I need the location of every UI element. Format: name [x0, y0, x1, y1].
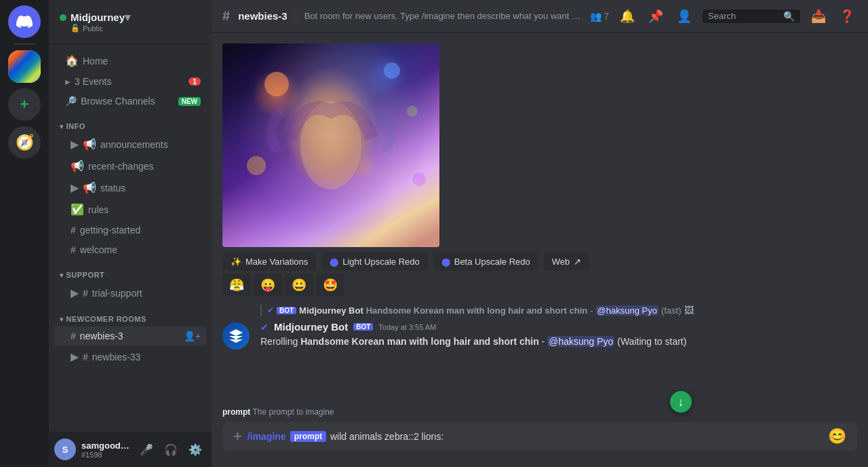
bot-author-name[interactable]: Midjourney Bot — [274, 321, 348, 333]
category-chevron: ▾ — [60, 123, 64, 130]
rules-icon: ✅ — [71, 203, 84, 216]
recent-changes-label: recent-changes — [88, 161, 154, 172]
rules-label: rules — [88, 204, 108, 215]
help-icon[interactable]: ❓ — [837, 6, 857, 26]
settings-button[interactable]: ⚙️ — [184, 438, 206, 460]
channel-recent-changes[interactable]: 📢 recent-changes — [54, 155, 206, 176]
newbies33-hash: # — [83, 352, 88, 362]
status-arrow: ▶ — [71, 181, 79, 194]
server-header[interactable]: Midjourney ▾ 🔓 Public — [49, 0, 212, 44]
channel-status[interactable]: ▶ 📢 status — [54, 177, 206, 198]
member-count: 👥 7 — [590, 11, 609, 22]
nav-browse[interactable]: 🔎 Browse Channels NEW — [54, 92, 206, 111]
reaction-grinning[interactable]: 😀 — [285, 274, 313, 297]
midjourney-server-icon[interactable] — [8, 50, 41, 83]
nav-browse-label: Browse Channels — [81, 96, 155, 107]
notification-bell-icon[interactable]: 🔔 — [617, 6, 637, 26]
add-member-icon[interactable]: 👤+ — [184, 331, 201, 341]
message-header: ✔ Midjourney Bot BOT Today at 3:55 AM — [260, 321, 857, 333]
channel-rules[interactable]: ✅ rules — [54, 199, 206, 220]
member-count-icon: 👥 — [590, 11, 601, 22]
beta-upscale-redo-button[interactable]: ⬤ Beta Upscale Redo — [433, 253, 538, 271]
chat-input-field[interactable] — [330, 431, 823, 442]
svg-point-0 — [264, 72, 289, 96]
deafen-button[interactable]: 🎧 — [160, 438, 182, 460]
ref-speed: (fast) — [661, 305, 682, 316]
helper-keyword: prompt — [222, 407, 250, 417]
input-helper: prompt The prompt to imagine — [222, 405, 857, 419]
channel-getting-started[interactable]: # getting-started — [54, 221, 206, 240]
channel-announcements[interactable]: ▶ 📢 announcements — [54, 134, 206, 155]
inbox-icon[interactable]: 📥 — [808, 6, 829, 26]
category-info-label: INFO — [66, 122, 85, 130]
beta-upscale-label: Beta Upscale Redo — [454, 257, 530, 267]
public-icon: 🔓 — [71, 24, 80, 33]
scroll-to-bottom-button[interactable]: ↓ — [670, 391, 692, 413]
announcements-label: announcements — [100, 139, 168, 150]
channel-list: 🏠 Home ▶ 3 Events 1 🔎 Browse Channels NE… — [49, 44, 212, 432]
bot-avatar-icon — [228, 328, 244, 344]
search-input[interactable] — [708, 11, 779, 21]
channel-trial-support[interactable]: ▶ # trial-support — [54, 282, 206, 303]
nav-home[interactable]: 🏠 Home — [54, 50, 206, 71]
external-link-icon: ↗ — [574, 257, 581, 267]
add-server-button[interactable]: + — [8, 88, 41, 121]
light-upscale-redo-button[interactable]: ⬤ Light Upscale Redo — [321, 253, 427, 271]
discord-home-button[interactable] — [8, 5, 41, 38]
light-upscale-label: Light Upscale Redo — [342, 257, 419, 267]
message-mention[interactable]: @haksung Pyo — [547, 336, 614, 347]
online-indicator — [60, 14, 66, 21]
user-panel: S samgoodw... #1598 🎤 🎧 ⚙️ — [49, 432, 212, 467]
member-count-value: 7 — [604, 11, 609, 22]
bot-message-group: ✔ Midjourney Bot BOT Today at 3:55 AM Re… — [222, 321, 857, 350]
plus-icon[interactable]: + — [233, 422, 242, 451]
ref-dash: - — [590, 305, 593, 316]
message-text: Rerolling Handsome Korean man with long … — [260, 335, 857, 349]
ref-author: Midjourney Bot — [299, 305, 363, 316]
trial-hash: # — [83, 288, 88, 299]
channel-sidebar: Midjourney ▾ 🔓 Public 🏠 Home ▶ 3 Events … — [49, 0, 212, 467]
pin-icon[interactable]: 📌 — [646, 6, 666, 26]
reaction-starstruck[interactable]: 🤩 — [316, 274, 344, 297]
text-suffix: (Waiting to start) — [614, 336, 686, 347]
chat-input-content: /imagine prompt — [248, 423, 823, 450]
support-label: SUPPORT — [66, 271, 105, 279]
events-badge: 1 — [189, 77, 201, 86]
category-info[interactable]: ▾ INFO — [49, 111, 212, 133]
generated-image — [222, 43, 439, 247]
main-content: # newbies-3 Bot room for new users. Type… — [212, 0, 868, 467]
welcome-label: welcome — [80, 244, 117, 255]
mute-button[interactable]: 🎤 — [136, 438, 157, 460]
action-buttons: ✨ Make Variations ⬤ Light Upscale Redo ⬤… — [222, 253, 857, 271]
username: samgoodw... — [81, 441, 130, 451]
channel-title: newbies-3 — [238, 10, 288, 22]
light-upscale-icon: ⬤ — [330, 257, 338, 267]
search-icon[interactable]: 🔍 — [783, 11, 795, 22]
ref-text: Handsome Korean man with long hair and s… — [366, 305, 587, 316]
emoji-button[interactable]: 😊 — [828, 422, 846, 451]
reaction-angry[interactable]: 😤 — [222, 274, 251, 297]
category-newcomer-rooms[interactable]: ▾ NEWCOMER ROOMS — [49, 304, 212, 326]
ref-mention[interactable]: @haksung Pyo — [596, 305, 658, 316]
nav-events[interactable]: ▶ 3 Events 1 — [54, 72, 206, 91]
channel-newbies-3[interactable]: # newbies-3 👤+ — [54, 326, 206, 345]
members-panel-icon[interactable]: 👤 — [674, 6, 694, 26]
reference-message: ✔ BOT Midjourney Bot Handsome Korean man… — [260, 305, 857, 317]
newbies3-hash: # — [71, 331, 76, 341]
status-icon: 📢 — [83, 181, 96, 194]
trial-support-label: trial-support — [92, 288, 142, 299]
channel-newbies-33[interactable]: ▶ # newbies-33 — [54, 346, 206, 367]
category-support[interactable]: ▾ SUPPORT — [49, 260, 212, 282]
reaction-tongue[interactable]: 😛 — [254, 274, 282, 297]
messages-area: ✨ Make Variations ⬤ Light Upscale Redo ⬤… — [212, 33, 868, 405]
support-chevron: ▾ — [60, 272, 64, 279]
public-label: Public — [83, 24, 103, 33]
server-header-chevron: ▾ — [125, 11, 130, 24]
channel-welcome[interactable]: # welcome — [54, 240, 206, 259]
make-variations-button[interactable]: ✨ Make Variations — [222, 253, 316, 271]
web-button[interactable]: Web ↗ — [544, 253, 590, 271]
explore-servers-button[interactable]: 🧭 — [8, 126, 41, 159]
channel-hash-icon: # — [222, 8, 230, 24]
status-label: status — [100, 183, 125, 193]
beta-upscale-icon: ⬤ — [441, 257, 450, 267]
